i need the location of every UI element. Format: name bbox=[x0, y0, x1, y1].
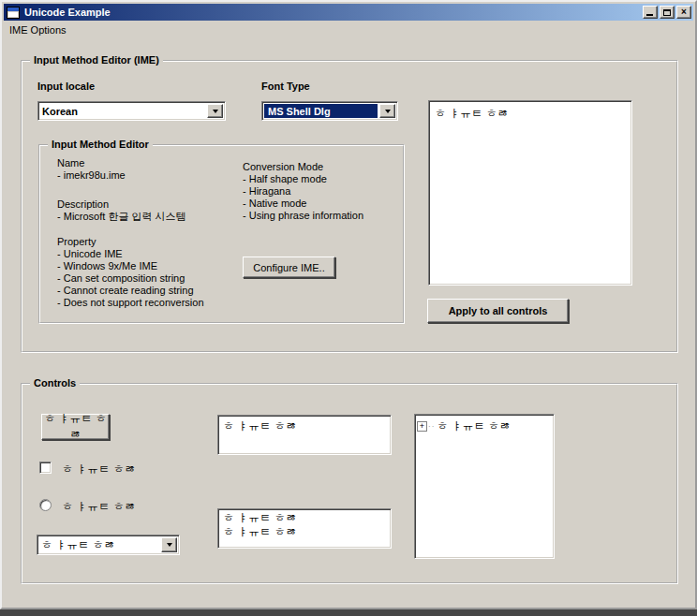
ime-groupbox: Input Method Editor (IME) Input locale K… bbox=[21, 60, 678, 353]
tree-item-label[interactable]: ㅎ ㅑㅠㅌ ㅎㅀ bbox=[437, 418, 511, 434]
sample-edit-single-text: ㅎ ㅑㅠㅌ ㅎㅀ bbox=[223, 419, 297, 433]
sample-combo-value: ㅎ ㅑㅠㅌ ㅎㅀ bbox=[37, 535, 159, 554]
conversion-item: - Hiragana bbox=[243, 185, 363, 198]
conversion-mode-block: Conversion Mode - Half shape mode - Hira… bbox=[243, 161, 363, 222]
tree-row[interactable]: + ·· ㅎ ㅑㅠㅌ ㅎㅀ bbox=[415, 415, 554, 438]
font-type-value: MS Shell Dlg bbox=[264, 104, 378, 118]
chevron-down-icon bbox=[167, 543, 172, 547]
configure-ime-button[interactable]: Configure IME.. bbox=[243, 257, 335, 278]
property-block: Property - Unicode IME - Windows 9x/Me I… bbox=[57, 236, 204, 309]
app-icon[interactable] bbox=[7, 7, 20, 19]
minimize-button[interactable] bbox=[643, 6, 658, 19]
font-type-dropdown-button[interactable] bbox=[379, 104, 395, 118]
controls-groupbox: Controls ㅎ ㅑㅠㅌ ㅎㅀ ㅎ ㅑㅠㅌ ㅎㅀ ㅎ ㅑㅠㅌ ㅎㅀ ㅎ ㅑㅠ… bbox=[21, 383, 678, 584]
property-item: - Does not support reconversion bbox=[57, 297, 204, 309]
sample-button[interactable]: ㅎ ㅑㅠㅌ ㅎㅀ bbox=[41, 414, 110, 440]
property-item: - Cannot create reading string bbox=[57, 285, 204, 297]
name-block: Name - imekr98u.ime bbox=[57, 157, 126, 182]
input-locale-value: Korean bbox=[38, 102, 205, 120]
sample-radio-label[interactable]: ㅎ ㅑㅠㅌ ㅎㅀ bbox=[62, 499, 136, 515]
apply-all-button[interactable]: Apply to all controls bbox=[427, 299, 569, 323]
minimize-icon bbox=[646, 14, 653, 16]
sample-treeview[interactable]: + ·· ㅎ ㅑㅠㅌ ㅎㅀ bbox=[414, 414, 555, 559]
ime-preview-box[interactable]: ㅎ ㅑㅠㅌ ㅎㅀ bbox=[428, 100, 632, 286]
maximize-icon bbox=[663, 9, 671, 16]
menu-bar: IME Options bbox=[4, 21, 693, 38]
property-item: - Windows 9x/Me IME bbox=[57, 260, 204, 272]
ime-preview-text: ㅎ ㅑㅠㅌ ㅎㅀ bbox=[435, 107, 509, 120]
input-locale-label: Input locale bbox=[37, 81, 95, 92]
sample-edit-multi-line: ㅎ ㅑㅠㅌ ㅎㅀ bbox=[223, 525, 386, 539]
font-type-label: Font Type bbox=[261, 81, 310, 92]
controls-group-title: Controls bbox=[30, 377, 80, 389]
title-bar[interactable]: Unicode Example × bbox=[4, 4, 693, 21]
description-label: Description bbox=[57, 198, 186, 211]
sample-combobox[interactable]: ㅎ ㅑㅠㅌ ㅎㅀ bbox=[37, 535, 180, 555]
close-button[interactable]: × bbox=[676, 6, 691, 19]
description-block: Description - Microsoft 한글 입력 시스템 bbox=[57, 198, 186, 223]
property-label: Property bbox=[57, 236, 204, 248]
conversion-item: - Native mode bbox=[243, 198, 363, 210]
sample-edit-single[interactable]: ㅎ ㅑㅠㅌ ㅎㅀ bbox=[217, 415, 392, 455]
tree-connector-dots: ·· bbox=[428, 422, 435, 431]
chevron-down-icon bbox=[213, 110, 218, 113]
sample-radio[interactable] bbox=[39, 499, 52, 511]
sample-checkbox-label[interactable]: ㅎ ㅑㅠㅌ ㅎㅀ bbox=[62, 462, 136, 477]
sample-combo-dropdown-button[interactable] bbox=[161, 537, 177, 552]
desktop-edge bbox=[0, 609, 697, 616]
sample-edit-multi-line: ㅎ ㅑㅠㅌ ㅎㅀ bbox=[223, 511, 386, 525]
close-icon: × bbox=[681, 7, 687, 17]
caption-buttons: × bbox=[643, 6, 693, 19]
conversion-mode-label: Conversion Mode bbox=[243, 161, 363, 173]
conversion-item: - Half shape mode bbox=[243, 173, 363, 185]
input-locale-combobox[interactable]: Korean bbox=[37, 101, 226, 121]
unicode-example-window: Unicode Example × IME Options Input Meth… bbox=[0, 0, 697, 609]
window-title: Unicode Example bbox=[24, 7, 111, 18]
name-label: Name bbox=[57, 157, 126, 169]
editor-groupbox: Input Method Editor Name - imekr98u.ime … bbox=[38, 144, 405, 324]
maximize-button[interactable] bbox=[660, 6, 675, 19]
description-item: - Microsoft 한글 입력 시스템 bbox=[57, 211, 186, 223]
editor-group-title: Input Method Editor bbox=[48, 139, 153, 150]
font-type-combobox[interactable]: MS Shell Dlg bbox=[261, 101, 398, 121]
sample-edit-multi[interactable]: ㅎ ㅑㅠㅌ ㅎㅀ ㅎ ㅑㅠㅌ ㅎㅀ bbox=[217, 508, 392, 549]
chevron-down-icon bbox=[385, 110, 391, 113]
tree-expand-icon[interactable]: + bbox=[417, 421, 427, 432]
conversion-item: - Using phrase information bbox=[243, 210, 363, 222]
property-item: - Can set composition string bbox=[57, 272, 204, 285]
property-item: - Unicode IME bbox=[57, 248, 204, 260]
ime-group-title: Input Method Editor (IME) bbox=[30, 54, 163, 66]
menu-ime-options[interactable]: IME Options bbox=[4, 22, 72, 37]
sample-checkbox[interactable] bbox=[39, 462, 52, 474]
name-item: - imekr98u.ime bbox=[57, 169, 126, 182]
input-locale-dropdown-button[interactable] bbox=[207, 104, 223, 118]
